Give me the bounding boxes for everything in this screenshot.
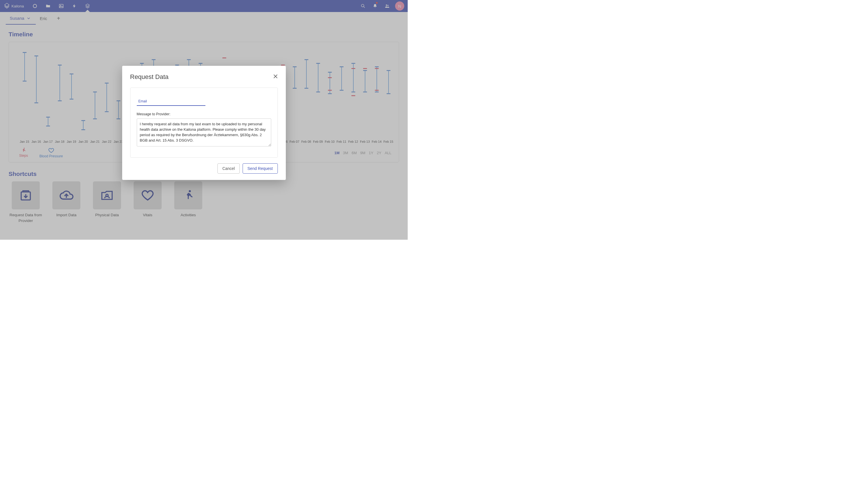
dialog-body: Email Message to Provider: xyxy=(130,88,278,158)
cancel-button[interactable]: Cancel xyxy=(217,163,240,174)
email-input[interactable] xyxy=(137,96,206,106)
dialog-title: Request Data xyxy=(130,73,169,81)
message-label: Message to Provider: xyxy=(137,112,271,116)
request-data-dialog: Request Data Email Message to Provider: … xyxy=(122,66,286,180)
close-icon[interactable] xyxy=(273,74,278,80)
send-request-button[interactable]: Send Request xyxy=(243,163,278,174)
message-textarea[interactable] xyxy=(137,119,271,146)
dialog-actions: Cancel Send Request xyxy=(130,163,278,174)
modal-overlay: Request Data Email Message to Provider: … xyxy=(0,0,408,240)
